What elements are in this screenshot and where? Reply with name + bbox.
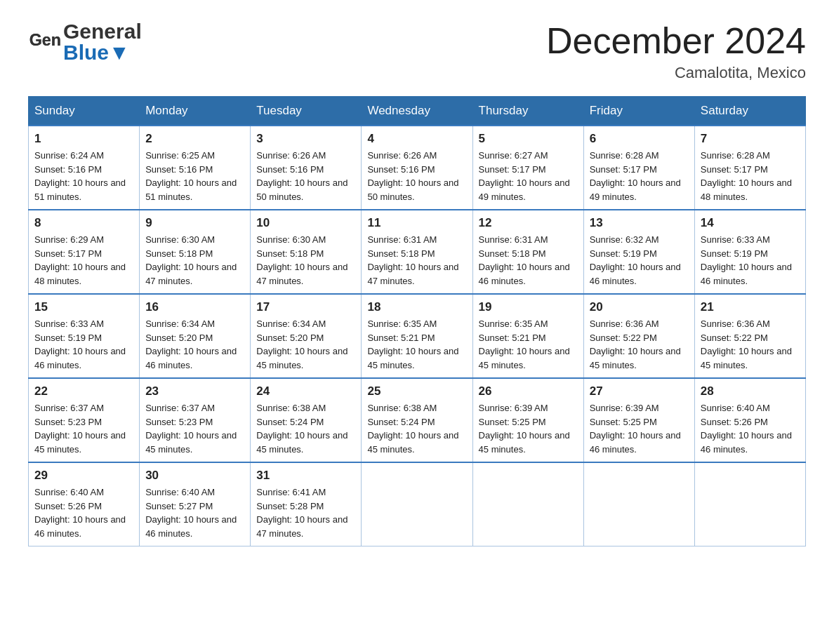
day-number: 19 — [479, 300, 578, 314]
day-number: 18 — [367, 300, 466, 314]
day-number: 29 — [34, 469, 133, 483]
day-number: 26 — [479, 384, 578, 398]
calendar-cell: 2 Sunrise: 6:25 AMSunset: 5:16 PMDayligh… — [140, 126, 251, 210]
day-info: Sunrise: 6:35 AMSunset: 5:21 PMDaylight:… — [367, 318, 458, 370]
day-info: Sunrise: 6:37 AMSunset: 5:23 PMDaylight:… — [34, 403, 126, 455]
calendar-cell: 12 Sunrise: 6:31 AMSunset: 5:18 PMDaylig… — [472, 210, 583, 294]
calendar-cell: 10 Sunrise: 6:30 AMSunset: 5:18 PMDaylig… — [251, 210, 362, 294]
calendar-header-row: SundayMondayTuesdayWednesdayThursdayFrid… — [29, 97, 806, 126]
calendar-cell: 9 Sunrise: 6:30 AMSunset: 5:18 PMDayligh… — [140, 210, 251, 294]
day-of-week-friday: Friday — [583, 97, 694, 126]
day-info: Sunrise: 6:37 AMSunset: 5:23 PMDaylight:… — [145, 403, 237, 455]
page-header: Gen Gen General Blue▼ December 2024 Cama… — [28, 21, 806, 82]
calendar-cell: 15 Sunrise: 6:33 AMSunset: 5:19 PMDaylig… — [29, 294, 140, 378]
day-info: Sunrise: 6:30 AMSunset: 5:18 PMDaylight:… — [256, 234, 348, 286]
day-of-week-monday: Monday — [140, 97, 251, 126]
calendar-subtitle: Camalotita, Mexico — [546, 64, 806, 82]
day-info: Sunrise: 6:31 AMSunset: 5:18 PMDaylight:… — [479, 234, 570, 286]
day-info: Sunrise: 6:36 AMSunset: 5:22 PMDaylight:… — [701, 318, 792, 370]
calendar-week-row: 22 Sunrise: 6:37 AMSunset: 5:23 PMDaylig… — [29, 378, 806, 462]
day-info: Sunrise: 6:30 AMSunset: 5:18 PMDaylight:… — [145, 234, 237, 286]
day-number: 8 — [34, 216, 133, 230]
logo-icon: Gen Gen — [28, 25, 63, 60]
day-number: 12 — [479, 216, 578, 230]
day-number: 15 — [34, 300, 133, 314]
calendar-week-row: 15 Sunrise: 6:33 AMSunset: 5:19 PMDaylig… — [29, 294, 806, 378]
calendar-cell — [694, 462, 805, 546]
day-of-week-thursday: Thursday — [472, 97, 583, 126]
day-info: Sunrise: 6:33 AMSunset: 5:19 PMDaylight:… — [701, 234, 792, 286]
calendar-cell: 20 Sunrise: 6:36 AMSunset: 5:22 PMDaylig… — [583, 294, 694, 378]
day-number: 5 — [479, 132, 578, 146]
day-info: Sunrise: 6:36 AMSunset: 5:22 PMDaylight:… — [590, 318, 681, 370]
calendar-cell: 14 Sunrise: 6:33 AMSunset: 5:19 PMDaylig… — [694, 210, 805, 294]
calendar-cell: 28 Sunrise: 6:40 AMSunset: 5:26 PMDaylig… — [694, 378, 805, 462]
calendar-cell — [583, 462, 694, 546]
day-of-week-saturday: Saturday — [694, 97, 805, 126]
day-number: 14 — [701, 216, 800, 230]
calendar-cell: 16 Sunrise: 6:34 AMSunset: 5:20 PMDaylig… — [140, 294, 251, 378]
calendar-cell: 19 Sunrise: 6:35 AMSunset: 5:21 PMDaylig… — [472, 294, 583, 378]
day-info: Sunrise: 6:33 AMSunset: 5:19 PMDaylight:… — [34, 318, 126, 370]
day-info: Sunrise: 6:34 AMSunset: 5:20 PMDaylight:… — [256, 318, 348, 370]
day-of-week-tuesday: Tuesday — [251, 97, 362, 126]
calendar-week-row: 8 Sunrise: 6:29 AMSunset: 5:17 PMDayligh… — [29, 210, 806, 294]
calendar-cell: 13 Sunrise: 6:32 AMSunset: 5:19 PMDaylig… — [583, 210, 694, 294]
logo-name: General Blue▼ — [63, 21, 142, 63]
calendar-cell: 6 Sunrise: 6:28 AMSunset: 5:17 PMDayligh… — [583, 126, 694, 210]
day-number: 20 — [590, 300, 689, 314]
day-info: Sunrise: 6:29 AMSunset: 5:17 PMDaylight:… — [34, 234, 126, 286]
day-info: Sunrise: 6:26 AMSunset: 5:16 PMDaylight:… — [256, 150, 348, 202]
logo: Gen Gen General Blue▼ — [28, 21, 142, 63]
calendar-cell: 7 Sunrise: 6:28 AMSunset: 5:17 PMDayligh… — [694, 126, 805, 210]
day-number: 24 — [256, 384, 355, 398]
day-number: 2 — [145, 132, 244, 146]
day-info: Sunrise: 6:40 AMSunset: 5:26 PMDaylight:… — [701, 403, 792, 455]
calendar-table: SundayMondayTuesdayWednesdayThursdayFrid… — [28, 96, 806, 546]
calendar-cell: 23 Sunrise: 6:37 AMSunset: 5:23 PMDaylig… — [140, 378, 251, 462]
day-info: Sunrise: 6:38 AMSunset: 5:24 PMDaylight:… — [256, 403, 348, 455]
calendar-cell: 1 Sunrise: 6:24 AMSunset: 5:16 PMDayligh… — [29, 126, 140, 210]
calendar-cell — [362, 462, 472, 546]
day-info: Sunrise: 6:39 AMSunset: 5:25 PMDaylight:… — [590, 403, 681, 455]
day-info: Sunrise: 6:40 AMSunset: 5:26 PMDaylight:… — [34, 487, 126, 539]
day-number: 27 — [590, 384, 689, 398]
calendar-week-row: 1 Sunrise: 6:24 AMSunset: 5:16 PMDayligh… — [29, 126, 806, 210]
calendar-title: December 2024 — [546, 21, 806, 61]
logo-blue-text: Blue▼ — [63, 42, 142, 63]
calendar-cell: 25 Sunrise: 6:38 AMSunset: 5:24 PMDaylig… — [362, 378, 472, 462]
day-number: 30 — [145, 469, 244, 483]
day-info: Sunrise: 6:31 AMSunset: 5:18 PMDaylight:… — [367, 234, 458, 286]
day-number: 23 — [145, 384, 244, 398]
day-number: 10 — [256, 216, 355, 230]
day-number: 25 — [367, 384, 466, 398]
day-info: Sunrise: 6:40 AMSunset: 5:27 PMDaylight:… — [145, 487, 237, 539]
day-number: 1 — [34, 132, 133, 146]
calendar-cell: 26 Sunrise: 6:39 AMSunset: 5:25 PMDaylig… — [472, 378, 583, 462]
day-number: 4 — [367, 132, 466, 146]
calendar-cell: 30 Sunrise: 6:40 AMSunset: 5:27 PMDaylig… — [140, 462, 251, 546]
calendar-cell: 24 Sunrise: 6:38 AMSunset: 5:24 PMDaylig… — [251, 378, 362, 462]
day-info: Sunrise: 6:38 AMSunset: 5:24 PMDaylight:… — [367, 403, 458, 455]
calendar-cell: 18 Sunrise: 6:35 AMSunset: 5:21 PMDaylig… — [362, 294, 472, 378]
day-of-week-sunday: Sunday — [29, 97, 140, 126]
day-info: Sunrise: 6:39 AMSunset: 5:25 PMDaylight:… — [479, 403, 570, 455]
calendar-cell: 3 Sunrise: 6:26 AMSunset: 5:16 PMDayligh… — [251, 126, 362, 210]
day-number: 17 — [256, 300, 355, 314]
day-number: 13 — [590, 216, 689, 230]
day-info: Sunrise: 6:28 AMSunset: 5:17 PMDaylight:… — [590, 150, 681, 202]
calendar-cell: 21 Sunrise: 6:36 AMSunset: 5:22 PMDaylig… — [694, 294, 805, 378]
day-number: 3 — [256, 132, 355, 146]
day-info: Sunrise: 6:27 AMSunset: 5:17 PMDaylight:… — [479, 150, 570, 202]
day-number: 7 — [701, 132, 800, 146]
logo-general-text: General — [63, 21, 142, 42]
day-number: 11 — [367, 216, 466, 230]
day-number: 28 — [701, 384, 800, 398]
calendar-week-row: 29 Sunrise: 6:40 AMSunset: 5:26 PMDaylig… — [29, 462, 806, 546]
calendar-cell: 27 Sunrise: 6:39 AMSunset: 5:25 PMDaylig… — [583, 378, 694, 462]
day-number: 6 — [590, 132, 689, 146]
calendar-cell — [472, 462, 583, 546]
day-info: Sunrise: 6:26 AMSunset: 5:16 PMDaylight:… — [367, 150, 458, 202]
calendar-cell: 11 Sunrise: 6:31 AMSunset: 5:18 PMDaylig… — [362, 210, 472, 294]
calendar-cell: 4 Sunrise: 6:26 AMSunset: 5:16 PMDayligh… — [362, 126, 472, 210]
